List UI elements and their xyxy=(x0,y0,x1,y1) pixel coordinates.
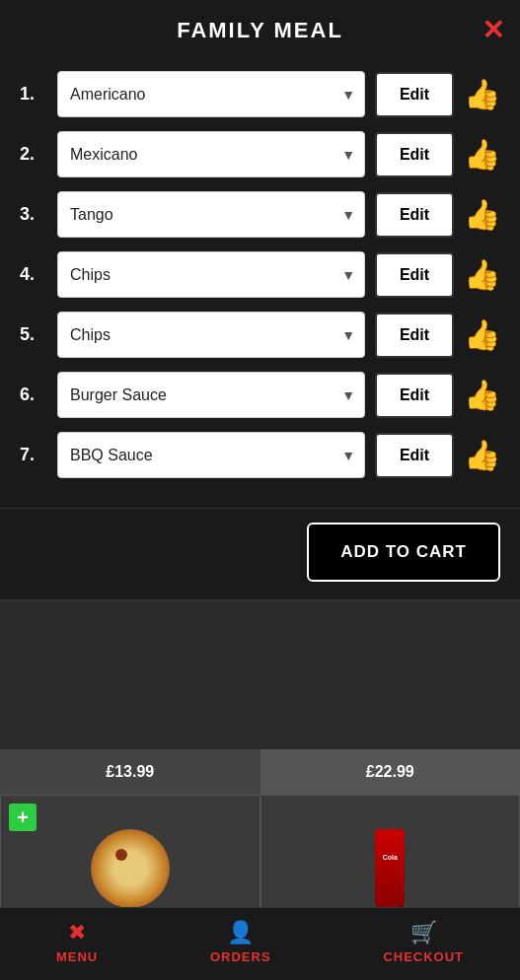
pizza-topping xyxy=(115,849,127,861)
menu-icon: ✖ xyxy=(68,920,86,945)
thumbs-up-5: 👍 xyxy=(464,317,500,352)
row-number-3: 3. xyxy=(20,204,47,225)
meal-row-7: 7. BBQ Sauce ▼ Edit 👍 xyxy=(20,432,500,478)
meal-select-6[interactable]: Burger Sauce xyxy=(57,372,365,418)
meal-select-7[interactable]: BBQ Sauce xyxy=(57,432,365,478)
drink-image: Cola xyxy=(375,829,405,908)
edit-button-3[interactable]: Edit xyxy=(375,192,454,238)
meal-select-2[interactable]: Mexicano xyxy=(57,131,365,177)
thumbs-up-4: 👍 xyxy=(464,257,500,292)
bottom-nav: ✖ MENU 👤 ORDERS 🛒 CHECKOUT xyxy=(0,907,520,980)
select-wrapper-3: Tango ▼ xyxy=(57,191,365,238)
meal-select-3[interactable]: Tango xyxy=(57,191,365,238)
edit-button-5[interactable]: Edit xyxy=(375,313,454,358)
select-wrapper-1: Americano ▼ xyxy=(57,71,365,117)
checkout-icon: 🛒 xyxy=(410,920,437,945)
select-wrapper-2: Mexicano ▼ xyxy=(57,131,365,177)
meal-row-5: 5. Chips ▼ Edit 👍 xyxy=(20,312,500,358)
close-button[interactable]: ✕ xyxy=(482,17,504,44)
edit-button-4[interactable]: Edit xyxy=(375,252,454,298)
row-number-7: 7. xyxy=(20,445,47,465)
background-content: £13.99 £22.99 + Cola xyxy=(0,749,520,923)
meal-row-6: 6. Burger Sauce ▼ Edit 👍 xyxy=(20,372,500,418)
edit-button-2[interactable]: Edit xyxy=(375,132,454,177)
row-number-4: 4. xyxy=(20,264,47,285)
thumbs-up-7: 👍 xyxy=(464,438,500,472)
orders-label: ORDERS xyxy=(210,949,271,964)
thumbs-up-3: 👍 xyxy=(464,197,500,232)
row-number-1: 1. xyxy=(20,84,47,105)
product-card-drink[interactable]: Cola xyxy=(260,795,521,923)
select-wrapper-4: Chips ▼ xyxy=(57,251,365,298)
family-meal-modal: FAMILY MEAL ✕ 1. Americano ▼ Edit 👍 2. M… xyxy=(0,0,520,601)
select-wrapper-6: Burger Sauce ▼ xyxy=(57,372,365,418)
meal-row-2: 2. Mexicano ▼ Edit 👍 xyxy=(20,131,500,177)
nav-item-orders[interactable]: 👤 ORDERS xyxy=(210,920,271,964)
modal-body: 1. Americano ▼ Edit 👍 2. Mexicano ▼ Edit… xyxy=(0,61,520,508)
select-wrapper-5: Chips ▼ xyxy=(57,312,365,358)
thumbs-up-1: 👍 xyxy=(464,77,500,111)
meal-row-3: 3. Tango ▼ Edit 👍 xyxy=(20,191,500,238)
meal-row-1: 1. Americano ▼ Edit 👍 xyxy=(20,71,500,117)
edit-button-1[interactable]: Edit xyxy=(375,72,454,117)
add-to-cart-row: ADD TO CART xyxy=(0,508,520,599)
meal-row-4: 4. Chips ▼ Edit 👍 xyxy=(20,251,500,298)
product-cards: + Cola xyxy=(0,795,520,923)
pizza-image xyxy=(91,829,170,908)
meal-select-4[interactable]: Chips xyxy=(57,251,365,298)
price-row: £13.99 £22.99 xyxy=(0,749,520,795)
edit-button-7[interactable]: Edit xyxy=(375,433,454,478)
orders-icon: 👤 xyxy=(227,920,254,945)
thumbs-up-6: 👍 xyxy=(464,378,500,412)
add-to-cart-button[interactable]: ADD TO CART xyxy=(307,523,500,582)
select-wrapper-7: BBQ Sauce ▼ xyxy=(57,432,365,478)
menu-label: MENU xyxy=(56,949,98,964)
product-card-pizza[interactable]: + xyxy=(0,795,260,923)
drink-label: Cola xyxy=(383,854,398,861)
meal-select-5[interactable]: Chips xyxy=(57,312,365,358)
add-icon: + xyxy=(9,804,37,831)
nav-item-menu[interactable]: ✖ MENU xyxy=(56,920,98,964)
price-right: £22.99 xyxy=(260,749,521,795)
row-number-5: 5. xyxy=(20,324,47,345)
thumbs-up-2: 👍 xyxy=(464,137,500,172)
modal-header: FAMILY MEAL ✕ xyxy=(0,0,520,61)
meal-select-1[interactable]: Americano xyxy=(57,71,365,117)
checkout-label: CHECKOUT xyxy=(383,949,464,964)
price-left: £13.99 xyxy=(0,749,260,795)
row-number-2: 2. xyxy=(20,144,47,165)
modal-title: FAMILY MEAL xyxy=(177,18,343,43)
row-number-6: 6. xyxy=(20,385,47,405)
nav-item-checkout[interactable]: 🛒 CHECKOUT xyxy=(383,920,464,964)
edit-button-6[interactable]: Edit xyxy=(375,373,454,418)
